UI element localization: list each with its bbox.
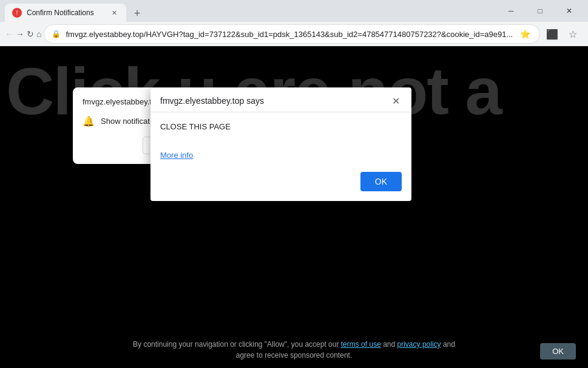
bottom-text: By continuing your navigation or clickin… [133, 340, 455, 349]
tab-favicon: ! [12, 8, 22, 18]
favicon-icon: ! [16, 10, 18, 16]
lock-icon: 🔒 [52, 30, 61, 38]
active-tab[interactable]: ! Confirm Notifications ✕ [5, 4, 126, 22]
privacy-policy-link[interactable]: privacy policy [397, 340, 441, 349]
dialog-ok-button[interactable]: OK [360, 172, 402, 191]
site-dialog-body: CLOSE THIS PAGE [150, 112, 411, 151]
window-controls: ─ □ ✕ [497, 0, 583, 22]
page-content: Click u are not a fmvgz.elyestabbey.top … [0, 46, 588, 368]
back-button[interactable]: ← [5, 24, 13, 44]
address-end-icons: ⭐ [518, 27, 532, 41]
more-info-link[interactable]: More info [150, 151, 411, 167]
forward-button[interactable]: → [16, 24, 24, 44]
new-tab-button[interactable]: + [129, 5, 146, 22]
tab-title: Confirm Notifications [27, 9, 104, 17]
minimize-button[interactable]: ─ [497, 0, 525, 22]
reload-button[interactable]: ↻ [27, 24, 34, 44]
terms-of-use-link[interactable]: terms of use [341, 340, 381, 349]
address-text: fmvgz.elyestabbey.top/HAYVGH?tag_id=7371… [66, 30, 513, 39]
bell-icon: 🔔 [83, 115, 95, 127]
bottom-ok-button[interactable]: OK [540, 343, 576, 359]
toolbar-icons: ⬛ ☆ 🧩 A ⋮ [542, 24, 588, 44]
bottom-text-before: By continuing your navigation or clickin… [133, 340, 339, 349]
bookmark-button[interactable]: ☆ [563, 24, 583, 44]
dialog-close-icon: ✕ [392, 95, 400, 107]
close-button[interactable]: ✕ [555, 0, 583, 22]
address-bar[interactable]: 🔒 fmvgz.elyestabbey.top/HAYVGH?tag_id=73… [44, 24, 540, 44]
site-dialog-header: fmvgz.elyestabbey.top says ✕ [150, 87, 411, 112]
nav-bar: ← → ↻ ⌂ 🔒 fmvgz.elyestabbey.top/HAYVGH?t… [0, 22, 588, 46]
site-dialog-message: CLOSE THIS PAGE [160, 122, 402, 131]
title-bar: ! Confirm Notifications ✕ + ─ □ ✕ [0, 0, 588, 22]
bottom-text-middle: and [383, 340, 395, 349]
site-dialog-title: fmvgz.elyestabbey.top says [160, 96, 264, 106]
bottom-text-end: agree to receive sponsored content. [236, 351, 352, 359]
maximize-button[interactable]: □ [526, 0, 554, 22]
bottom-text-second: agree to receive sponsored content. [236, 351, 352, 359]
tab-area: ! Confirm Notifications ✕ + [5, 0, 497, 22]
site-dialog: fmvgz.elyestabbey.top says ✕ CLOSE THIS … [150, 87, 411, 201]
bookmark-star-icon[interactable]: ⭐ [518, 27, 532, 41]
home-button[interactable]: ⌂ [36, 24, 41, 44]
tab-close-button[interactable]: ✕ [109, 8, 119, 18]
cast-button[interactable]: ⬛ [542, 24, 562, 44]
extensions-button[interactable]: 🧩 [584, 24, 588, 44]
site-dialog-close-button[interactable]: ✕ [390, 95, 402, 107]
browser-chrome: ! Confirm Notifications ✕ + ─ □ ✕ ← → ↻ … [0, 0, 588, 46]
site-dialog-footer: OK [150, 167, 411, 201]
bottom-text-and: and [443, 340, 455, 349]
bottom-bar: By continuing your navigation or clickin… [0, 332, 588, 368]
